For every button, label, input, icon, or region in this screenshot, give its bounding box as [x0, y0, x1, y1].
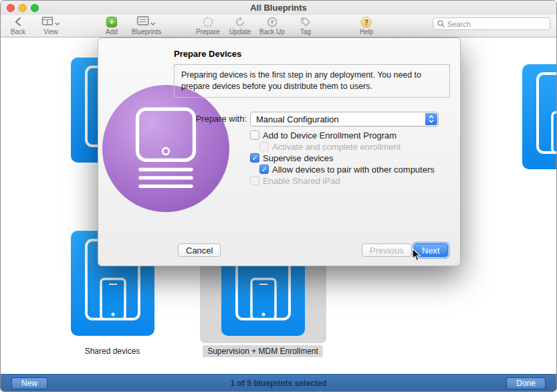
prepare-with-dropdown[interactable]: Manual Configuration [250, 112, 439, 126]
window-title: All Blueprints [1, 3, 556, 13]
blueprints-label: Blueprints [132, 28, 161, 35]
checkbox-label: Supervise devices [263, 153, 334, 163]
blueprint-top-right[interactable] [522, 64, 557, 169]
tag-icon [300, 16, 311, 27]
blueprints-icon [137, 16, 149, 28]
back-chevron-icon [14, 16, 22, 27]
backup-icon [267, 16, 277, 27]
prepare-with-label: Prepare with: [165, 114, 247, 124]
backup-label: Back Up [259, 28, 285, 35]
status-bar: New 1 of 5 blueprints selected Done [1, 374, 556, 391]
update-label: Update [229, 28, 251, 35]
checkbox-activate-enrollment: Activate and complete enrollment [259, 141, 401, 152]
mouse-cursor [412, 248, 421, 264]
checkbox-enable-shared-ipad: Enable Shared iPad [250, 175, 340, 186]
prepare-ipad-stack-icon [102, 85, 229, 212]
add-plus-icon: + [106, 17, 117, 27]
dropdown-value: Manual Configuration [251, 114, 339, 124]
blueprint-label: Supervision + MDM Enrollment [199, 347, 326, 356]
view-label: View [43, 28, 58, 35]
checkbox-label: Activate and complete enrollment [272, 142, 401, 152]
checkbox-allow-pairing[interactable]: Allow devices to pair with other compute… [259, 164, 435, 175]
help-button[interactable]: ? Help [360, 16, 374, 35]
add-button[interactable]: + Add [106, 16, 118, 35]
chevron-down-icon [150, 16, 156, 28]
prepare-button[interactable]: Prepare [196, 16, 220, 35]
update-button[interactable]: Update [229, 16, 251, 35]
backup-button[interactable]: Back Up [259, 16, 285, 35]
help-question-icon: ? [361, 17, 372, 27]
checkbox-supervise-devices[interactable]: Supervise devices [250, 153, 334, 163]
title-bar: All Blueprints [1, 1, 556, 15]
checkbox-box[interactable] [250, 130, 259, 140]
search-input[interactable] [447, 20, 546, 28]
prepare-label: Prepare [196, 28, 220, 35]
checkbox-box[interactable] [259, 165, 269, 174]
checkbox-label: Add to Device Enrollment Program [263, 130, 397, 140]
selection-status-text: 1 of 5 blueprints selected [1, 379, 556, 388]
back-button[interactable]: Back [11, 16, 25, 35]
tag-button[interactable]: Tag [300, 16, 311, 35]
dropdown-stepper-icon [425, 113, 437, 125]
tag-label: Tag [300, 28, 311, 35]
previous-button: Previous [362, 243, 412, 257]
back-label: Back [11, 28, 25, 35]
add-label: Add [106, 28, 118, 35]
dialog-title: Prepare Devices [174, 49, 241, 59]
view-grid-icon [42, 16, 53, 28]
checkbox-box [250, 176, 259, 185]
checkbox-box [259, 142, 269, 151]
cancel-button[interactable]: Cancel [178, 243, 221, 257]
help-label: Help [360, 28, 374, 35]
update-icon [235, 16, 245, 27]
checkbox-label: Enable Shared iPad [263, 176, 340, 186]
devices-icon [522, 64, 557, 169]
toolbar: Back View + Add [1, 15, 556, 37]
checkbox-add-to-dep[interactable]: Add to Device Enrollment Program [250, 130, 397, 140]
chevron-down-icon [55, 16, 60, 28]
blueprints-button[interactable]: Blueprints [132, 16, 161, 35]
dialog-description: Preparing devices is the first step in a… [174, 64, 450, 98]
view-button[interactable]: View [42, 16, 60, 35]
search-icon [437, 18, 445, 30]
checkbox-label: Allow devices to pair with other compute… [272, 165, 435, 175]
prepare-devices-dialog: Prepare Devices Preparing devices is the… [98, 37, 461, 266]
app-window: All Blueprints Back View + Add [0, 0, 557, 392]
search-field[interactable] [433, 17, 550, 30]
done-button[interactable]: Done [506, 377, 546, 389]
blueprint-label: Shared devices [49, 347, 176, 356]
checkbox-box[interactable] [250, 153, 259, 163]
prepare-circle-icon [203, 16, 213, 27]
